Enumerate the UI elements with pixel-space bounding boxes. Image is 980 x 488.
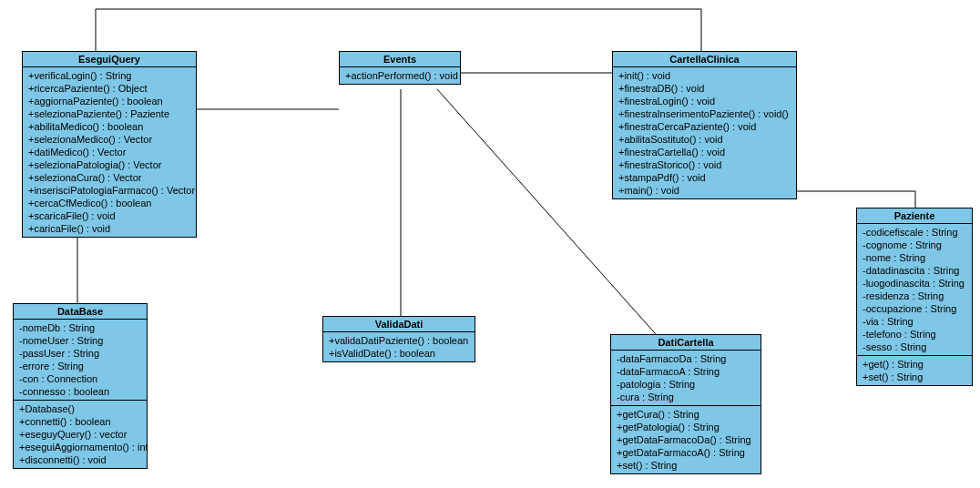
member-row: +scaricaFile() : void [28, 209, 190, 222]
member-row: +validaDatiPaziente() : boolean [329, 334, 469, 347]
member-row: +finestraLogin() : void [618, 95, 791, 107]
member-row: +caricaFile() : void [28, 222, 190, 235]
member-row: -via : String [863, 315, 966, 328]
attributes: -nomeDb : String-nomeUser : String-passU… [14, 320, 147, 401]
member-row: +eseguyQuery() : vector [19, 428, 141, 441]
member-row: +datiMedico() : Vector [28, 146, 190, 158]
member-row: +set() : String [617, 459, 755, 472]
member-row: -codicefiscale : String [863, 226, 966, 239]
member-row: -con : Connection [19, 372, 141, 385]
operations: +getCura() : String+getPatologia() : Str… [611, 406, 761, 473]
member-row: +abilitaMedico() : boolean [28, 120, 190, 133]
member-row: -residenza : String [863, 290, 966, 302]
member-row: +disconnetti() : void [19, 453, 141, 466]
member-row: -luogodinascita : String [863, 277, 966, 290]
member-row: +selezionaCura() : Vector [28, 171, 190, 184]
member-row: -nomeDb : String [19, 321, 141, 334]
member-row: -cognome : String [863, 239, 966, 251]
member-row: -cura : String [617, 391, 755, 403]
member-row: +verificaLogin() : String [28, 69, 190, 82]
member-row: +get() : String [863, 358, 966, 371]
member-row: +ricercaPaziente() : Object [28, 82, 190, 95]
member-row: -dataFarmacoA : String [617, 365, 755, 378]
member-row: +isValidDate() : boolean [329, 347, 469, 360]
operations: +actionPerformed() : void [340, 67, 460, 84]
member-row: +inserisciPatologiaFarmaco() : Vector [28, 184, 190, 197]
member-row: -telefono : String [863, 328, 966, 341]
member-row: -occupazione : String [863, 302, 966, 315]
class-valida-dati[interactable]: ValidaDati +validaDatiPaziente() : boole… [322, 316, 475, 362]
class-title: ValidaDati [323, 317, 475, 332]
member-row: +finestraInserimentoPaziente() : void() [618, 107, 791, 120]
class-title: Paziente [857, 208, 972, 224]
member-row: +actionPerformed() : void [345, 69, 454, 82]
member-row: +stampaPdf() : void [618, 171, 791, 184]
class-title: EseguiQuery [23, 52, 196, 67]
member-row: +connetti() : boolean [19, 415, 141, 428]
attributes: -codicefiscale : String-cognome : String… [857, 224, 972, 356]
member-row: -sesso : String [863, 341, 966, 353]
member-row: +getPatologia() : String [617, 421, 755, 433]
class-dati-cartella[interactable]: DatiCartella -dataFarmacoDa : String-dat… [610, 334, 761, 474]
member-row: +Database() [19, 402, 141, 415]
class-esegui-query[interactable]: EseguiQuery +verificaLogin() : String+ri… [22, 51, 197, 238]
member-row: +main() : void [618, 184, 791, 197]
member-row: -passUser : String [19, 347, 141, 360]
member-row: +selezionaMedico() : Vector [28, 133, 190, 146]
class-database[interactable]: DataBase -nomeDb : String-nomeUser : Str… [13, 303, 148, 469]
operations: +validaDatiPaziente() : boolean+isValidD… [323, 332, 475, 361]
operations: +init() : void+finestraDB() : void+fines… [613, 67, 796, 198]
class-title: CartellaClinica [613, 52, 796, 67]
attributes: -dataFarmacoDa : String-dataFarmacoA : S… [611, 351, 761, 406]
uml-canvas: EseguiQuery +verificaLogin() : String+ri… [0, 0, 980, 488]
member-row: +selezionaPaziente() : Paziente [28, 107, 190, 120]
operations: +verificaLogin() : String+ricercaPazient… [23, 67, 196, 237]
member-row: +finestraCercaPaziente() : void [618, 120, 791, 133]
member-row: -datadinascita : String [863, 264, 966, 277]
member-row: +finestraStorico() : void [618, 158, 791, 171]
operations: +get() : String+set() : String [857, 356, 972, 385]
operations: +Database()+connetti() : boolean+eseguyQ… [14, 401, 147, 468]
class-title: Events [340, 52, 460, 67]
member-row: +init() : void [618, 69, 791, 82]
member-row: +selezionaPatologia() : Vector [28, 158, 190, 171]
class-paziente[interactable]: Paziente -codicefiscale : String-cognome… [856, 208, 973, 386]
class-cartella-clinica[interactable]: CartellaClinica +init() : void+finestraD… [612, 51, 797, 199]
member-row: +aggiornaPaziente() : boolean [28, 95, 190, 107]
member-row: -dataFarmacoDa : String [617, 352, 755, 365]
class-title: DataBase [14, 304, 147, 320]
member-row: -connesso : boolean [19, 385, 141, 398]
member-row: +set() : String [863, 371, 966, 383]
member-row: +getDataFarmacoDa() : String [617, 433, 755, 446]
member-row: +getCura() : String [617, 408, 755, 421]
member-row: -nomeUser : String [19, 334, 141, 347]
member-row: +finestraDB() : void [618, 82, 791, 95]
member-row: +finestraCartella() : void [618, 146, 791, 158]
member-row: -patologia : String [617, 378, 755, 391]
class-events[interactable]: Events +actionPerformed() : void [339, 51, 461, 85]
member-row: -errore : String [19, 360, 141, 372]
member-row: +cercaCfMedico() : boolean [28, 197, 190, 209]
member-row: +eseguiAggiornamento() : int [19, 441, 141, 453]
member-row: +abilitaSostituto() : void [618, 133, 791, 146]
member-row: -nome : String [863, 251, 966, 264]
class-title: DatiCartella [611, 335, 761, 351]
member-row: +getDataFarmacoA() : String [617, 446, 755, 459]
